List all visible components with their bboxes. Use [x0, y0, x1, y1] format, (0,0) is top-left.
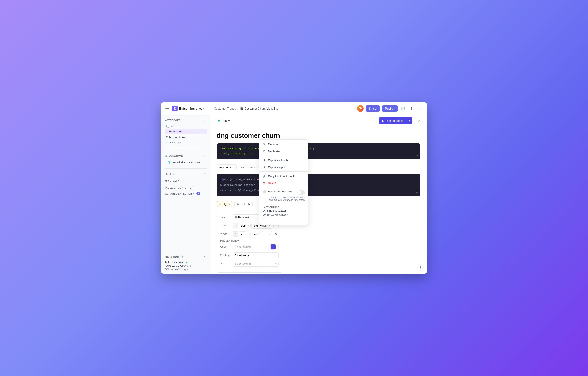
sql-line-3: service in {{ where_filter | inclause }}	[220, 188, 417, 193]
rename-icon: ✎	[263, 143, 266, 146]
init-item[interactable]: + Init	[165, 124, 207, 129]
warning-var-select[interactable]: ⚠ df_1 ▾	[217, 201, 232, 207]
warehouse-chevron-icon: ▾	[233, 166, 234, 168]
refresh-button[interactable]: ↻ Refresh	[234, 201, 252, 207]
integrations-title: INTEGRATIONS	[165, 155, 184, 157]
integrations-add-button[interactable]: +	[203, 154, 207, 158]
avatar: JD	[357, 105, 364, 112]
hamburger-button[interactable]	[165, 106, 170, 111]
app-name-text: Edison Insights	[179, 107, 202, 110]
refresh-icon: ↻	[417, 119, 420, 123]
full-width-label: Full-width notebook	[268, 190, 295, 193]
yaxis-az-button[interactable]: AZ	[273, 231, 279, 237]
variable-explorer-section[interactable]: VARIABLE EXPLORER › 2	[161, 191, 210, 197]
sidebar-item-eda[interactable]: 1. EDA notebook	[165, 129, 207, 134]
export-icon-button[interactable]: ⬆	[408, 105, 415, 112]
share-button[interactable]: Share	[366, 105, 380, 111]
publish-button[interactable]: Publish	[382, 105, 398, 111]
menu-export-ipynb[interactable]: ⬇ Export as .ipynb	[260, 157, 308, 164]
app-name-chevron-icon: ▾	[203, 107, 204, 110]
duplicate-label: Duplicate	[268, 150, 280, 153]
sidebar-item-ml[interactable]: 2. ML notebook	[165, 134, 207, 140]
variable-count-badge: 2	[196, 192, 200, 195]
terminals-chevron-icon: ›	[180, 180, 181, 182]
size-col-select[interactable]: Select column ▾	[232, 261, 279, 267]
notebook-icon: 📓	[240, 107, 243, 110]
sql-service: service	[220, 189, 233, 192]
toc-title: TABLE OF CONTENTS	[165, 187, 192, 189]
stacking-chevron-icon: ▾	[275, 254, 276, 256]
warehouse-select[interactable]: warehouse ▾	[217, 164, 237, 170]
snowflake-label: snowflake_warehouse	[173, 161, 200, 164]
content-area: Ready ▶ Run notebook ▾ ↻ ting customer c…	[210, 115, 427, 274]
menu-rename[interactable]: ✎ Rename	[260, 141, 308, 148]
refresh-icon-button[interactable]: ↻	[415, 117, 422, 124]
yaxis-col-select[interactable]: contract ▾	[247, 231, 272, 237]
top-bar: Edison Insights ▾ Customer Trends / 📓 Cu…	[161, 102, 427, 115]
logo-svg	[173, 107, 176, 110]
chart-yaxis-row: Y Axis # # ▾ contract ▾ AZ	[220, 231, 279, 237]
stacking-select[interactable]: Side-by-side ▾	[232, 252, 279, 258]
size-chevron-icon: ▾	[275, 263, 276, 265]
notebooks-section: NOTEBOOKS + + Init 1. EDA notebook 2. ML…	[161, 115, 210, 147]
xaxis-type-button[interactable]: Σ	[232, 223, 238, 228]
stacking-value: Side-by-side	[235, 254, 250, 257]
integrations-header: INTEGRATIONS +	[165, 154, 207, 158]
xaxis-agg-select[interactable]: SUM ▾	[239, 223, 251, 229]
app-name-container[interactable]: Edison Insights ▾	[179, 107, 204, 110]
sql-block[interactable]: .join (column_names) | sqlsafe }} o_sche…	[217, 174, 420, 196]
color-swatch-button[interactable]: ▾	[270, 244, 279, 250]
run-btn-chevron[interactable]: ▾	[407, 117, 412, 124]
breadcrumb-root[interactable]: Customer Trends	[214, 107, 236, 110]
code-line-1: "monthlycharges", "tenuremonths", "contr…	[220, 147, 417, 151]
warning-icon: ⚠	[219, 202, 221, 206]
menu-divider-1	[260, 156, 308, 156]
menu-copy-link[interactable]: 🔗 Copy link to notebook	[260, 172, 308, 179]
terminals-add-button[interactable]: +	[203, 179, 207, 183]
help-button[interactable]: ?	[417, 265, 423, 271]
toc-section[interactable]: TABLE OF CONTENTS ›	[161, 185, 210, 191]
copy-link-label: Copy link to notebook	[268, 175, 295, 177]
menu-export-pdf[interactable]: 🖨 Export as .pdf	[260, 164, 308, 171]
env-settings-button[interactable]: ⚙	[202, 255, 207, 259]
run-notebook-button[interactable]: ▶ Run notebook ▾	[379, 117, 412, 124]
context-menu: ✎ Rename ⧉ Duplicate ⬇ Export as .ipynb …	[259, 139, 308, 225]
menu-duplicate[interactable]: ⧉ Duplicate	[260, 148, 308, 155]
clock-icon-button[interactable]: 🕐	[400, 105, 406, 112]
files-section[interactable]: FILES › +	[161, 170, 210, 177]
xaxis-agg: SUM	[241, 224, 246, 227]
terminals-section[interactable]: TERMINALS › +	[161, 177, 210, 185]
more-options-button[interactable]: ⋯	[417, 105, 423, 112]
menu-full-width[interactable]: ⬜ Full-width notebook	[260, 188, 308, 195]
notebooks-header: NOTEBOOKS +	[165, 118, 207, 122]
color-placeholder: Select column	[235, 245, 252, 248]
code-line-num-2: 0	[416, 191, 418, 195]
breadcrumb: Customer Trends / 📓 Customer Churn Model…	[214, 107, 355, 110]
warehouse-label: warehouse	[219, 166, 232, 169]
yaxis-type-chevron-icon: ▾	[243, 233, 244, 235]
notebooks-add-button[interactable]: +	[203, 118, 207, 122]
sidebar-item-summary[interactable]: 3. Summary	[165, 140, 207, 145]
env-title: ENVIRONMENT	[165, 256, 183, 258]
color-col-select[interactable]: Select column ▾	[232, 244, 269, 250]
export-pdf-icon: 🖨	[263, 166, 266, 169]
yaxis-type-select[interactable]: # ▾	[239, 231, 246, 237]
yaxis-type-button[interactable]: #	[232, 231, 238, 237]
xaxis-agg-chevron-icon: ▾	[248, 225, 249, 227]
files-title: FILES	[165, 173, 172, 175]
snowflake-item[interactable]: snowflake_warehouse	[165, 159, 207, 165]
last-change-title: LAST CHANGE	[263, 206, 305, 209]
saved-var-label: Saved to variable	[239, 166, 259, 169]
variable-bar: warehouse ▾ Saved to variable df_1 ▾	[217, 163, 420, 171]
menu-delete[interactable]: 🗑 Delete	[260, 179, 308, 186]
notebook-title: ting customer churn	[217, 132, 420, 139]
chart-stacking-label: Stacking	[220, 254, 232, 257]
full-width-toggle[interactable]	[297, 190, 305, 195]
duplicate-icon: ⧉	[263, 150, 266, 153]
files-add-button[interactable]: +	[203, 172, 207, 176]
sql-keyword-join: .join	[220, 178, 228, 181]
code-block-1[interactable]: "monthlycharges", "tenuremonths", "contr…	[217, 144, 420, 159]
copy-link-icon: 🔗	[263, 174, 266, 177]
run-button-main[interactable]: ▶ Run notebook	[379, 117, 407, 124]
toggle-knob	[298, 191, 301, 194]
